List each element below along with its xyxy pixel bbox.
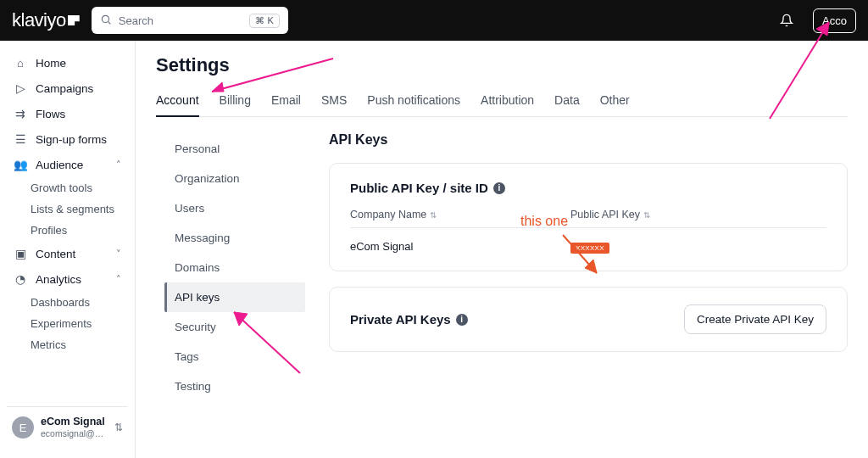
subnav-personal[interactable]: Personal [164,134,305,164]
search-input[interactable]: Search ⌘ K [92,7,288,34]
svg-line-1 [108,21,110,24]
page-title: Settings [156,54,848,76]
send-icon: ▷ [14,81,27,95]
sidebar-item-label: Campaigns [36,82,93,95]
notifications-icon[interactable] [779,13,794,28]
sidebar-subitem-growth-tools[interactable]: Growth tools [7,177,128,198]
sidebar-item-audience[interactable]: 👥Audience˄ [7,152,128,177]
flow-icon: ⇉ [14,107,27,120]
sidebar: ⌂Home ▷Campaigns ⇉Flows ☰Sign-up forms 👥… [0,41,136,458]
account-switcher[interactable]: E eCom Signal ecomsignal@… ⇅ [7,406,128,448]
public-key-card: Public API Key / site ID i Company Name⇅… [329,163,848,271]
public-key-title: Public API Key / site ID i [350,181,826,195]
table-row: eCom Signal XXXXXX [350,228,826,254]
sort-icon: ⇅ [643,210,650,220]
info-icon[interactable]: i [456,314,468,326]
sidebar-subitem-metrics[interactable]: Metrics [7,334,128,355]
sidebar-subitem-profiles[interactable]: Profiles [7,220,128,241]
sidebar-item-label: Sign-up forms [36,133,107,146]
col-public-key[interactable]: Public API Key⇅ [570,209,826,221]
private-key-title: Private API Keys i [350,312,468,327]
subnav-users[interactable]: Users [164,193,305,223]
tab-data[interactable]: Data [554,85,580,116]
sidebar-item-label: Content [36,248,75,260]
sidebar-item-label: Flows [36,108,65,120]
sidebar-item-analytics[interactable]: ◔Analytics˄ [7,266,128,292]
create-private-api-key-button[interactable]: Create Private API Key [684,304,826,334]
subnav-tags[interactable]: Tags [164,342,305,371]
sidebar-item-label: Audience [36,159,83,171]
sidebar-item-home[interactable]: ⌂Home [7,51,128,75]
analytics-icon: ◔ [14,272,27,286]
chevron-up-icon: ˄ [116,274,121,285]
subnav-messaging[interactable]: Messaging [164,223,305,253]
form-icon: ☰ [14,132,27,146]
account-name: eCom Signal [41,416,105,428]
tab-billing[interactable]: Billing [220,85,251,116]
subnav-testing[interactable]: Testing [164,371,305,401]
sidebar-item-campaigns[interactable]: ▷Campaigns [7,75,128,101]
account-email: ecomsignal@… [41,428,105,439]
public-key-table-head: Company Name⇅ Public API Key⇅ [350,209,826,228]
chevron-up-icon: ˄ [116,159,121,170]
subnav-security[interactable]: Security [164,312,305,342]
sidebar-item-flows[interactable]: ⇉Flows [7,101,128,126]
svg-point-0 [102,15,108,22]
content-icon: ▣ [14,247,27,260]
brand-text: klaviyo [12,9,66,31]
main: Settings Account Billing Email SMS Push … [136,41,868,458]
settings-tabs: Account Billing Email SMS Push notificat… [156,85,848,117]
panel-title: API Keys [329,132,848,148]
audience-icon: 👥 [14,158,27,171]
info-icon[interactable]: i [493,182,505,194]
tab-account[interactable]: Account [156,85,199,117]
updown-icon: ⇅ [114,422,123,433]
topbar: klaviyo Search ⌘ K Acco [0,0,868,41]
tab-push[interactable]: Push notifications [367,85,460,116]
avatar: E [12,416,34,438]
sidebar-item-content[interactable]: ▣Content˅ [7,241,128,266]
search-placeholder: Search [119,14,153,27]
search-kbd-hint: ⌘ K [249,14,279,28]
private-key-card: Private API Keys i Create Private API Ke… [329,287,848,352]
subnav-domains[interactable]: Domains [164,253,305,282]
subnav-api-keys[interactable]: API keys [164,282,305,312]
sidebar-subitem-lists-segments[interactable]: Lists & segments [7,198,128,220]
sidebar-subitem-dashboards[interactable]: Dashboards [7,292,128,313]
tab-email[interactable]: Email [271,85,301,116]
public-key-cell[interactable]: XXXXXX [570,240,826,254]
logo-flag-icon [68,15,80,25]
sidebar-item-label: Analytics [36,273,81,286]
sort-icon: ⇅ [430,210,437,220]
chevron-down-icon: ˅ [116,249,121,260]
tab-sms[interactable]: SMS [321,85,347,116]
settings-subnav: Personal Organization Users Messaging Do… [156,117,314,458]
home-icon: ⌂ [14,57,27,70]
public-key-value-redacted: XXXXXX [570,243,609,254]
account-menu-button[interactable]: Acco [813,8,856,33]
search-icon [100,14,112,28]
tab-other[interactable]: Other [600,85,630,116]
sidebar-item-label: Home [36,57,66,70]
company-cell: eCom Signal [350,240,570,254]
col-company[interactable]: Company Name⇅ [350,209,570,221]
brand-logo: klaviyo [12,9,80,31]
subnav-organization[interactable]: Organization [164,164,305,193]
api-keys-panel: API Keys Public API Key / site ID i Comp… [314,117,848,458]
tab-attribution[interactable]: Attribution [481,85,534,116]
sidebar-item-signup-forms[interactable]: ☰Sign-up forms [7,126,128,152]
sidebar-subitem-experiments[interactable]: Experiments [7,313,128,334]
